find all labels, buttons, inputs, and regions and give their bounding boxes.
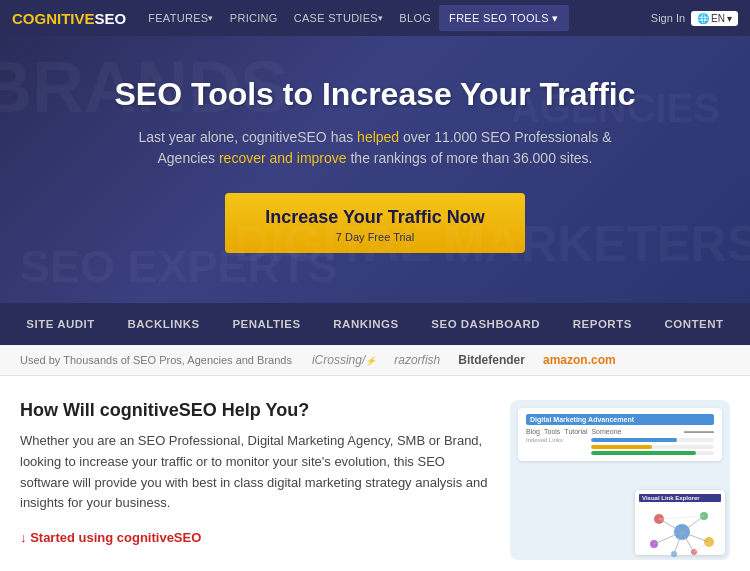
- tool-nav-penalties[interactable]: PENALTIES: [224, 303, 308, 345]
- panel-row-3: [526, 450, 714, 455]
- hero-sub-suffix: the rankings of more than 36.000 sites.: [347, 150, 593, 166]
- main-right: Digital Marketing Advancement Blog Tools…: [510, 400, 730, 571]
- brand-logos: iCrossing/⚡ razorfish Bitdefender amazon…: [312, 353, 616, 367]
- tool-nav-site-audit[interactable]: SITE AUDIT: [18, 303, 102, 345]
- cta-button[interactable]: Increase Your Traffic Now 7 Day Free Tri…: [225, 193, 524, 253]
- nav-blog[interactable]: BLOG: [391, 0, 439, 36]
- svg-line-30: [694, 542, 709, 552]
- nav-links: FEATURES PRICING CASE STUDIES BLOG FREE …: [140, 0, 651, 36]
- logo-seo: SEO: [95, 10, 127, 27]
- logo[interactable]: COGNITIVESEO: [12, 10, 126, 27]
- logo-cognitive: COGNITIVE: [12, 10, 95, 27]
- main-heading: How Will cognitiveSEO Help You?: [20, 400, 490, 421]
- nav-tools[interactable]: FREE SEO TOOLS ▾: [439, 5, 568, 31]
- panel-card-dma: Digital Marketing Advancement Blog Tools…: [518, 408, 722, 461]
- screenshot-panel: Digital Marketing Advancement Blog Tools…: [510, 400, 730, 560]
- language-selector[interactable]: 🌐 EN ▾: [691, 11, 738, 26]
- journey-diagram: First Cutting-Edge SEO Analysis Problem …: [20, 556, 490, 571]
- arrow-icon: ↓: [20, 530, 30, 545]
- tool-nav-content[interactable]: CONTENT: [657, 303, 732, 345]
- brand-bar-text: Used by Thousands of SEO Pros, Agencies …: [20, 354, 292, 366]
- tool-nav-seo-dashboard[interactable]: SEO DASHBOARD: [423, 303, 548, 345]
- panel-link-title: Visual Link Explorer: [639, 494, 721, 502]
- panel-row-2: [526, 444, 714, 449]
- tool-nav-backlinks[interactable]: BACKLINKS: [120, 303, 208, 345]
- nav-features[interactable]: FEATURES: [140, 0, 222, 36]
- hero-highlight-recover: recover and improve: [219, 150, 347, 166]
- panel-dma-title: Digital Marketing Advancement: [526, 414, 714, 425]
- nav-pricing[interactable]: PRICING: [222, 0, 286, 36]
- trial-label: 7 Day Free Trial: [265, 231, 484, 243]
- svg-line-29: [659, 516, 704, 519]
- svg-line-24: [682, 516, 704, 532]
- brand-bar: Used by Thousands of SEO Pros, Agencies …: [0, 345, 750, 376]
- main-nav: COGNITIVESEO FEATURES PRICING CASE STUDI…: [0, 0, 750, 36]
- panel-row-1: Indexed Links: [526, 437, 714, 443]
- diagram-svg: First Cutting-Edge SEO Analysis Problem …: [20, 556, 490, 571]
- main-body: Whether you are an SEO Professional, Dig…: [20, 431, 490, 514]
- nav-right: Sign In 🌐 EN ▾: [651, 11, 738, 26]
- brand-bitdefender: Bitdefender: [458, 353, 525, 367]
- hero-headline: SEO Tools to Increase Your Traffic: [60, 76, 690, 113]
- panel-card-link-explorer: Visual Link Explorer: [635, 490, 725, 555]
- panel-tabs: Blog Tools Tutorial Someone ▬▬▬▬▬: [526, 428, 714, 435]
- hero-highlight-helped: helped: [357, 129, 399, 145]
- network-svg: [639, 504, 725, 559]
- hero-section: BRANDS DIGITAL MARKETERS AGENCIES SEO EX…: [0, 36, 750, 303]
- signin-button[interactable]: Sign In: [651, 12, 685, 24]
- nav-case-studies[interactable]: CASE STUDIES: [286, 0, 392, 36]
- hero-sub-prefix: Last year alone, cognitiveSEO has: [138, 129, 357, 145]
- cta-label: Increase Your Traffic Now: [265, 207, 484, 227]
- tool-nav: SITE AUDIT BACKLINKS PENALTIES RANKINGS …: [0, 303, 750, 345]
- tool-nav-rankings[interactable]: RANKINGS: [325, 303, 406, 345]
- panel-mini-rows: Indexed Links: [526, 437, 714, 455]
- started-link[interactable]: ↓ Started using cognitiveSEO: [20, 528, 490, 546]
- brand-icrossing: iCrossing/⚡: [312, 353, 376, 367]
- hero-subtext: Last year alone, cognitiveSEO has helped…: [115, 127, 635, 169]
- brand-razorfish: razorfish: [394, 353, 440, 367]
- tool-nav-reports[interactable]: REPORTS: [565, 303, 640, 345]
- brand-amazon: amazon.com: [543, 353, 616, 367]
- main-content: How Will cognitiveSEO Help You? Whether …: [0, 376, 750, 571]
- main-left: How Will cognitiveSEO Help You? Whether …: [20, 400, 490, 571]
